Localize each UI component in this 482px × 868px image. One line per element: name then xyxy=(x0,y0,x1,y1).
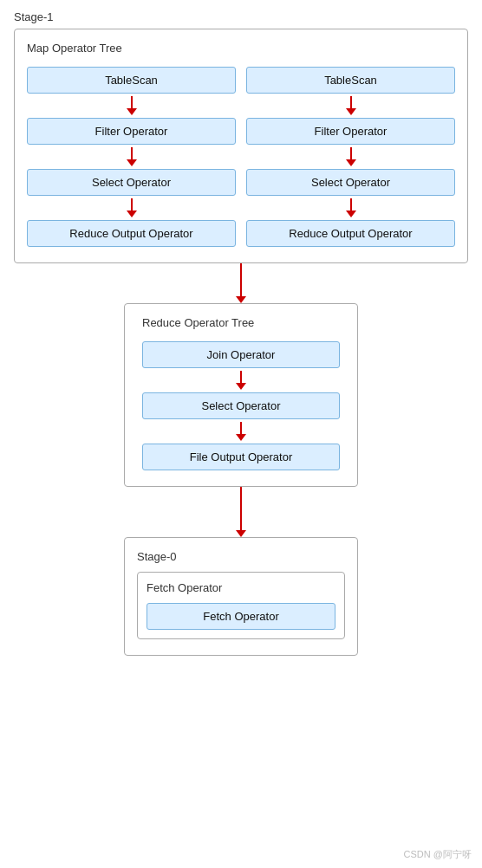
stage1-label: Stage-1 xyxy=(14,10,468,23)
arrow3-left xyxy=(127,198,137,217)
left-reduce-output: Reduce Output Operator xyxy=(27,220,236,247)
arrow2-right xyxy=(346,147,356,166)
arrow2-left xyxy=(127,147,137,166)
left-select: Select Operator xyxy=(27,169,236,196)
right-select: Select Operator xyxy=(246,169,455,196)
reduce-wrapper: Reduce Operator Tree Join Operator Selec… xyxy=(14,303,468,487)
stage0-box: Stage-0 Fetch Operator Fetch Operator xyxy=(124,537,358,656)
map-right-col: TableScan Filter Operator Select Operato… xyxy=(246,67,455,247)
page-container: Stage-1 Map Operator Tree TableScan Filt… xyxy=(0,0,482,868)
fetch-outer-label: Fetch Operator xyxy=(147,581,335,594)
left-filter: Filter Operator xyxy=(27,118,236,145)
reduce-select-operator: Select Operator xyxy=(142,392,340,419)
right-tablescan: TableScan xyxy=(246,67,455,94)
right-reduce-output: Reduce Output Operator xyxy=(246,220,455,247)
map-columns: TableScan Filter Operator Select Operato… xyxy=(27,67,455,247)
map-tree-label: Map Operator Tree xyxy=(27,42,455,55)
arrow1-left xyxy=(127,96,137,115)
reduce-box: Reduce Operator Tree Join Operator Selec… xyxy=(124,303,358,487)
file-output-operator: File Output Operator xyxy=(142,444,340,470)
stage0-label: Stage-0 xyxy=(137,550,345,563)
reduce-col: Join Operator Select Operator File Outpu… xyxy=(142,341,340,470)
watermark: CSDN @阿宁呀 xyxy=(404,848,472,861)
arrow1-right xyxy=(346,96,356,115)
right-filter: Filter Operator xyxy=(246,118,455,145)
arrow-join-select xyxy=(236,371,246,390)
fetch-operator-inner: Fetch Operator xyxy=(147,603,335,630)
fetch-inner-box: Fetch Operator Fetch Operator xyxy=(137,572,345,639)
stage0-section: Stage-0 Fetch Operator Fetch Operator xyxy=(14,537,468,656)
left-tablescan: TableScan xyxy=(27,67,236,94)
connector-stage1-reduce xyxy=(14,263,468,303)
connector-reduce-stage0 xyxy=(14,487,468,537)
reduce-label: Reduce Operator Tree xyxy=(142,316,340,329)
map-left-col: TableScan Filter Operator Select Operato… xyxy=(27,67,236,247)
stage1-box: Map Operator Tree TableScan Filter Opera… xyxy=(14,29,468,263)
arrow-select-fileout xyxy=(236,422,246,441)
join-operator: Join Operator xyxy=(142,341,340,368)
arrow3-right xyxy=(346,198,356,217)
